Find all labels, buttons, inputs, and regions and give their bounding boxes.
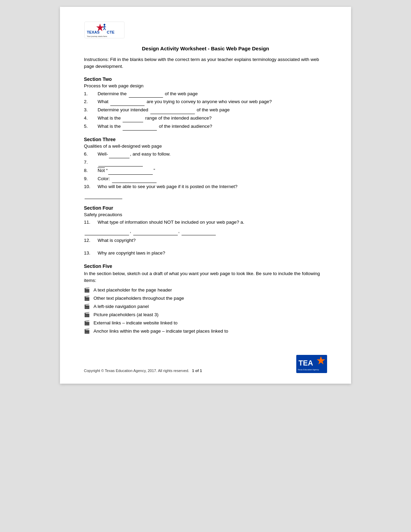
list-item: 10. Who will be able to see your web pag… — [84, 183, 327, 199]
item-num: 3. — [84, 106, 98, 114]
item-text: What is copyright? — [98, 237, 136, 245]
list-item: 6. Well- , and easy to follow. — [84, 150, 327, 158]
item-num: 10. — [84, 183, 98, 191]
item-num: 12. — [84, 237, 98, 245]
svg-text:CTE: CTE — [107, 30, 114, 34]
section-four-heading: Section Four — [84, 205, 327, 211]
blank — [123, 122, 157, 131]
texas-cte-logo: TEXAS CTE Your journey starts here. — [84, 21, 125, 39]
section-five: Section Five In the section below, sketc… — [84, 263, 327, 335]
not-text: Not — [98, 168, 105, 173]
title-section: Design Activity Worksheet - Basic Web Pa… — [84, 46, 327, 51]
bullet-icon: 🎬 — [84, 286, 94, 294]
section-three: Section Three Qualities of a well-design… — [84, 137, 327, 199]
list-item: 1. Determine the of the web page — [84, 90, 327, 98]
list-item: 🎬 External links – indicate website link… — [84, 319, 327, 327]
section-five-intro: In the section below, sketch out a draft… — [84, 270, 327, 284]
item-num: 4. — [84, 114, 98, 122]
item-text: Not “ ” — [98, 166, 155, 175]
item-text: Determine the of the web page — [98, 90, 198, 98]
svg-point-2 — [103, 24, 105, 26]
section-four-subtitle: Safety precautions — [84, 212, 327, 217]
item-text: Why are copyright laws in place? — [98, 249, 165, 257]
blank — [182, 227, 216, 235]
blank — [133, 227, 178, 235]
blank — [129, 90, 163, 98]
section-two: Section Two Process for web page design … — [84, 76, 327, 131]
list-item: 9. Color: — [84, 175, 327, 183]
list-item: 13. Why are copyright laws in place? — [84, 249, 327, 257]
section-four-list: 11. What type of information should NOT … — [84, 219, 327, 257]
item-num: 13. — [84, 249, 98, 257]
item-num: 5. — [84, 123, 98, 131]
item-text: Well- , and easy to follow. — [98, 150, 171, 158]
section-four: Section Four Safety precautions 11. What… — [84, 205, 327, 257]
bullet-icon: 🎬 — [84, 294, 94, 302]
list-item: 🎬 Anchor links within the web page – ind… — [84, 327, 327, 335]
footer: Copyright © Texas Education Agency, 2017… — [84, 355, 327, 373]
footer-copyright: Copyright © Texas Education Agency, 2017… — [84, 369, 189, 373]
bullet-text: A left-side navigation panel — [94, 303, 149, 311]
item-text: Who will be able to see your web page if… — [98, 183, 237, 191]
instructions: Instructions: Fill in the blanks below w… — [84, 56, 327, 70]
svg-line-7 — [104, 28, 105, 30]
footer-page: 1 of 1 — [192, 369, 202, 373]
svg-text:Texas Education Agency: Texas Education Agency — [298, 369, 319, 371]
bullet-text: A text placeholder for the page header — [94, 286, 172, 294]
section-two-list: 1. Determine the of the web page 2. What… — [84, 90, 327, 131]
logo-area: TEXAS CTE Your journey starts here. — [84, 21, 327, 39]
section-three-heading: Section Three — [84, 137, 327, 142]
item-text: What is the range of the intended audien… — [98, 114, 212, 122]
item-text — [98, 158, 144, 166]
blank — [150, 106, 195, 114]
list-item: 11. What type of information should NOT … — [84, 219, 327, 235]
blank — [109, 150, 129, 158]
bullet-icon: 🎬 — [84, 311, 94, 319]
list-item: 2. What are you trying to convey to anyo… — [84, 98, 327, 106]
item-text: Color: — [98, 175, 157, 183]
item-text: Determine your intended of the web page — [98, 106, 229, 114]
list-item: 🎬 Other text placeholders throughout the… — [84, 294, 327, 302]
item-num: 1. — [84, 90, 98, 98]
blank — [85, 191, 122, 199]
item-num: 7. — [84, 159, 98, 166]
list-item: 7. — [84, 158, 327, 166]
item-num: 11. — [84, 219, 98, 226]
list-item: 3. Determine your intended of the web pa… — [84, 106, 327, 114]
section-two-subtitle: Process for web page design — [84, 83, 327, 88]
list-item: 🎬 Picture placeholders (at least 3) — [84, 311, 327, 319]
svg-text:TEA: TEA — [299, 359, 313, 367]
blank — [123, 114, 143, 122]
item-num: 8. — [84, 167, 98, 175]
svg-text:TEXAS: TEXAS — [87, 30, 100, 34]
page-num-label: 1 of 1 — [192, 369, 202, 373]
item-text: What are you trying to convey to anyone … — [98, 98, 272, 106]
page: TEXAS CTE Your journey starts here. Desi… — [60, 7, 351, 384]
footer-left: Copyright © Texas Education Agency, 2017… — [84, 367, 202, 373]
list-item: 🎬 A text placeholder for the page header — [84, 286, 327, 294]
tea-logo: TEA Texas Education Agency — [296, 355, 327, 373]
svg-text:Your journey starts here.: Your journey starts here. — [87, 35, 108, 37]
blank — [112, 175, 157, 183]
item-num: 2. — [84, 98, 98, 106]
bullet-text: Picture placeholders (at least 3) — [94, 311, 159, 319]
blank — [85, 227, 129, 235]
item-text: What type of information should NOT be i… — [98, 219, 244, 226]
list-item: 4. What is the range of the intended aud… — [84, 114, 327, 122]
section-three-list: 6. Well- , and easy to follow. 7. 8. Not… — [84, 150, 327, 199]
bullet-icon: 🎬 — [84, 327, 94, 335]
section-two-heading: Section Two — [84, 76, 327, 82]
item-num: 9. — [84, 175, 98, 183]
blank — [108, 166, 153, 175]
list-item: 🎬 A left-side navigation panel — [84, 302, 327, 311]
bullet-icon: 🎬 — [84, 319, 94, 327]
item-num: 6. — [84, 150, 98, 158]
list-item: 12. What is copyright? — [84, 237, 327, 245]
bullet-text: External links – indicate website linked… — [94, 319, 177, 327]
bullet-text: Anchor links within the web page – indic… — [94, 327, 228, 335]
section-three-subtitle: Qualities of a well-designed web page — [84, 144, 327, 149]
blank — [110, 98, 145, 106]
bullet-text: Other text placeholders throughout the p… — [94, 295, 184, 302]
item-text: What is the of the intended audience? — [98, 122, 212, 131]
section-five-bullets: 🎬 A text placeholder for the page header… — [84, 286, 327, 335]
